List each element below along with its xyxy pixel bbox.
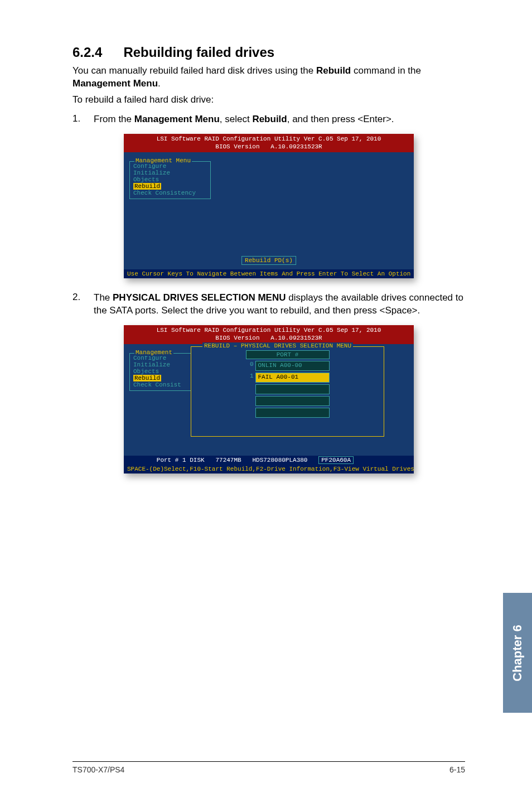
drive-1-index: 1 xyxy=(246,373,255,383)
mgmt-menu-legend-2: Management xyxy=(134,349,173,356)
menu2-check-consist[interactable]: Check Consist xyxy=(133,381,189,388)
bios-body-1: Management Menu Configure Initialize Obj… xyxy=(124,152,414,269)
intro-paragraph: You can manually rebuild failed hard dis… xyxy=(72,65,465,90)
step-2: 2. The PHYSICAL DRIVES SELECTION MENU di… xyxy=(72,292,465,317)
menu2-rebuild-selected[interactable]: Rebuild xyxy=(133,375,161,381)
port-info-strip: Port # 1 DISK 77247MB HDS728080PLA380 PF… xyxy=(124,456,414,465)
drive-row-empty-1 xyxy=(246,384,330,394)
footer-right: 6-15 xyxy=(449,765,465,774)
intro-mgmt-word: Management Menu xyxy=(72,78,158,89)
step-1-number: 1. xyxy=(72,113,94,126)
port-strip-text: Port # 1 DISK 77247MB HDS728080PLA380 xyxy=(157,457,318,463)
drive-0-label: ONLIN A00-00 xyxy=(255,361,330,371)
drive-table: PORT # 0 ONLIN A00-00 1 FAIL A00-01 xyxy=(246,350,330,418)
rebuild-selection-panel: REBUILD – PHYSICAL DRIVES SELECTION MENU… xyxy=(191,346,384,437)
footer-left: TS700-X7/PS4 xyxy=(72,765,124,774)
step-2-number: 2. xyxy=(72,292,94,317)
step2-a: The xyxy=(94,292,113,303)
management-menu: Management Menu Configure Initialize Obj… xyxy=(129,161,211,199)
bios-h2-l2: BIOS Version A.10.09231523R xyxy=(215,335,322,341)
step-1-text: From the Management Menu, select Rebuild… xyxy=(94,113,394,126)
section-heading: 6.2.4Rebuilding failed drives xyxy=(72,45,465,60)
drive-row-1[interactable]: 1 FAIL A00-01 xyxy=(246,373,330,383)
menu-objects[interactable]: Objects xyxy=(133,176,207,183)
chapter-side-tab: Chapter 6 xyxy=(503,593,532,713)
step1-bold2: Rebuild xyxy=(252,114,287,124)
step1-b: , select xyxy=(220,114,253,124)
intro-text-a: You can manually rebuild failed hard dis… xyxy=(72,65,316,76)
rebuild-panel-legend: REBUILD – PHYSICAL DRIVES SELECTION MENU xyxy=(202,342,353,349)
step1-c: , and then press <Enter>. xyxy=(287,114,394,124)
chapter-side-tab-label: Chapter 6 xyxy=(510,625,525,681)
port-column-header: PORT # xyxy=(246,350,330,359)
menu2-objects[interactable]: Objects xyxy=(133,368,189,375)
drive-row-0[interactable]: 0 ONLIN A00-00 xyxy=(246,361,330,371)
intro-text-b: command in the xyxy=(351,65,421,76)
intro-rebuild-word: Rebuild xyxy=(316,65,351,76)
instruction-line: To rebuild a failed hard disk drive: xyxy=(72,94,465,107)
menu2-initialize[interactable]: Initialize xyxy=(133,361,189,368)
drive-row-empty-2 xyxy=(246,396,330,406)
step-1: 1. From the Management Menu, select Rebu… xyxy=(72,113,465,126)
bios-body-2: Management Configure Initialize Objects … xyxy=(124,344,414,456)
drive-0-index: 0 xyxy=(246,361,255,371)
menu-rebuild-selected[interactable]: Rebuild xyxy=(133,183,161,190)
bios-header-1: LSI Software RAID Configuration Utility … xyxy=(124,134,414,153)
rebuild-pd-badge: Rebuild PD(s) xyxy=(241,256,296,265)
step-2-text: The PHYSICAL DRIVES SELECTION MENU displ… xyxy=(94,292,465,317)
bios-screenshot-1: LSI Software RAID Configuration Utility … xyxy=(124,134,414,279)
drive-row-empty-3 xyxy=(246,408,330,418)
drive-1-label-selected: FAIL A00-01 xyxy=(255,373,330,383)
bios-footer-2: SPACE-(De)Select,F10-Start Rebuild,F2-Dr… xyxy=(124,465,414,474)
bios-h1-l1: LSI Software RAID Configuration Utility … xyxy=(157,136,381,142)
bios-footer-1: Use Cursor Keys To Navigate Between Item… xyxy=(124,269,414,278)
bios-h2-l1: LSI Software RAID Configuration Utility … xyxy=(157,327,381,334)
bios-header-2: LSI Software RAID Configuration Utility … xyxy=(124,325,414,344)
section-number: 6.2.4 xyxy=(72,45,102,60)
bios-h1-l2: BIOS Version A.10.09231523R xyxy=(215,143,322,150)
section-title-text: Rebuilding failed drives xyxy=(123,45,274,60)
management-menu-2: Management Configure Initialize Objects … xyxy=(129,353,193,391)
mgmt-menu-legend: Management Menu xyxy=(134,157,192,164)
menu-initialize[interactable]: Initialize xyxy=(133,170,207,176)
step1-a: From the xyxy=(94,114,134,124)
step2-bold: PHYSICAL DRIVES SELECTION MENU xyxy=(113,292,286,303)
intro-text-c: . xyxy=(158,78,161,89)
page-footer: TS700-X7/PS4 6-15 xyxy=(72,761,465,774)
port-strip-pf: PF20A60A xyxy=(318,456,354,464)
menu-check-consistency[interactable]: Check Consistency xyxy=(133,190,207,196)
step1-bold1: Management Menu xyxy=(134,114,220,124)
bios-screenshot-2: LSI Software RAID Configuration Utility … xyxy=(124,325,414,474)
